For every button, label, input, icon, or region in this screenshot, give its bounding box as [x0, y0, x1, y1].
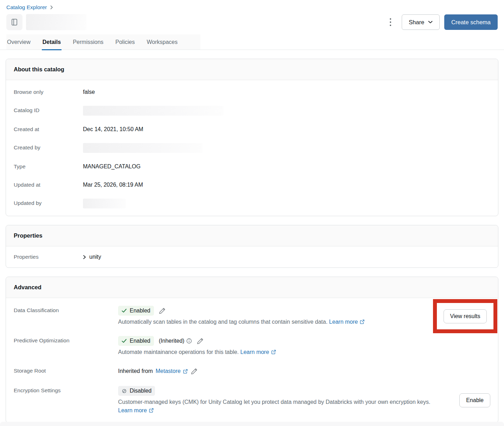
tab-bar: Overview Details Permissions Policies Wo…	[0, 36, 504, 50]
edit-pencil-icon[interactable]	[197, 337, 204, 344]
field-label: Created by	[14, 143, 83, 153]
slash-circle-icon	[122, 388, 127, 394]
about-card: About this catalog Browse only false Cat…	[6, 59, 498, 216]
field-label: Type	[14, 162, 83, 171]
row-updated-by: Updated by	[6, 194, 498, 213]
field-label: Encryption Settings	[14, 386, 118, 395]
row-type: Type MANAGED_CATALOG	[6, 157, 498, 176]
field-label: Updated at	[14, 180, 83, 189]
tab-policies[interactable]: Policies	[115, 36, 135, 50]
info-icon[interactable]	[186, 338, 192, 344]
metastore-link[interactable]: Metastore	[156, 368, 181, 374]
breadcrumb-catalog-explorer-link[interactable]: Catalog Explorer	[6, 4, 47, 11]
field-label: Properties	[14, 252, 83, 262]
enable-button[interactable]: Enable	[459, 393, 490, 407]
tab-overview[interactable]: Overview	[6, 36, 31, 50]
page-header: Share Create schema	[0, 14, 504, 30]
field-label: Catalog ID	[14, 106, 83, 116]
created-by-redacted	[83, 143, 202, 153]
edit-pencil-icon[interactable]	[159, 307, 166, 314]
field-value: Dec 14, 2021, 10:50 AM	[83, 125, 143, 134]
predictive-optimization-description: Automate maintainance operations for thi…	[118, 349, 239, 355]
properties-card-title: Properties	[6, 225, 498, 246]
row-properties: Properties unity	[6, 246, 498, 267]
status-badge-enabled: Enabled	[118, 306, 154, 316]
learn-more-link[interactable]: Learn more	[329, 319, 358, 325]
external-link-icon	[271, 349, 276, 355]
tab-permissions[interactable]: Permissions	[72, 36, 104, 50]
advanced-card-title: Advanced	[6, 277, 498, 298]
field-label: Storage Root	[14, 366, 118, 376]
next-card-edge	[0, 422, 504, 426]
status-badge-enabled: Enabled	[118, 336, 154, 346]
tab-details[interactable]: Details	[42, 36, 62, 50]
data-classification-description: Automatically scan tables in the catalog…	[118, 319, 328, 325]
field-value: false	[83, 88, 95, 97]
status-text: Disabled	[130, 388, 151, 394]
field-label: Browse only	[14, 88, 83, 97]
row-predictive-optimization: Predictive Optimization Enabled (Inherit…	[6, 331, 498, 361]
share-button-label: Share	[409, 19, 424, 26]
status-text: Enabled	[130, 338, 150, 344]
catalog-id-redacted	[83, 106, 224, 116]
row-created-by: Created by	[6, 138, 498, 157]
check-icon	[122, 309, 127, 313]
field-label: Data Classification	[14, 306, 118, 326]
storage-root-prefix: Inherited from	[118, 368, 153, 374]
catalog-name-redacted	[26, 14, 86, 30]
external-link-icon	[183, 369, 188, 374]
catalog-icon	[6, 14, 22, 30]
create-schema-button[interactable]: Create schema	[444, 14, 498, 30]
view-results-button[interactable]: View results	[444, 309, 487, 323]
learn-more-link[interactable]: Learn more	[118, 407, 147, 413]
advanced-card: Advanced Data Classification Enabled	[6, 277, 498, 423]
external-link-icon	[149, 408, 154, 413]
properties-unity-label: unity	[89, 254, 101, 260]
row-catalog-id: Catalog ID	[6, 101, 498, 120]
share-button[interactable]: Share	[402, 14, 440, 30]
chevron-right-icon	[83, 255, 86, 259]
breadcrumb-chevron-icon	[50, 5, 53, 9]
field-label: Updated by	[14, 199, 83, 208]
external-link-icon	[360, 319, 365, 324]
properties-unity-expander[interactable]: unity	[83, 252, 101, 262]
breadcrumb: Catalog Explorer	[0, 0, 504, 11]
row-storage-root: Storage Root Inherited from Metastore	[6, 361, 498, 381]
learn-more-link[interactable]: Learn more	[240, 349, 269, 355]
row-encryption-settings: Encryption Settings Disabled Customer-ma…	[6, 381, 498, 420]
status-badge-disabled: Disabled	[118, 386, 155, 396]
field-label: Predictive Optimization	[14, 336, 118, 356]
about-card-title: About this catalog	[6, 59, 498, 80]
check-icon	[122, 339, 127, 343]
kebab-menu-icon[interactable]	[388, 16, 393, 28]
chevron-down-icon	[428, 21, 433, 24]
annotation-highlight-box: View results	[433, 299, 497, 333]
row-browse-only: Browse only false	[6, 83, 498, 101]
status-text: Enabled	[130, 308, 150, 314]
row-created-at: Created at Dec 14, 2021, 10:50 AM	[6, 120, 498, 138]
row-data-classification: Data Classification Enabled Automaticall…	[6, 301, 498, 331]
tab-workspaces[interactable]: Workspaces	[146, 36, 178, 50]
properties-card: Properties Properties unity	[6, 225, 498, 268]
inherited-label: (Inherited)	[159, 338, 185, 344]
encryption-description: Customer-managed keys (CMK) for Unity Ca…	[118, 399, 430, 405]
field-value: MANAGED_CATALOG	[83, 162, 141, 171]
edit-pencil-icon[interactable]	[191, 368, 198, 375]
updated-by-redacted	[83, 199, 126, 208]
row-updated-at: Updated at Mar 25, 2026, 08:19 AM	[6, 176, 498, 194]
field-label: Created at	[14, 125, 83, 134]
field-value: Mar 25, 2026, 08:19 AM	[83, 180, 143, 189]
